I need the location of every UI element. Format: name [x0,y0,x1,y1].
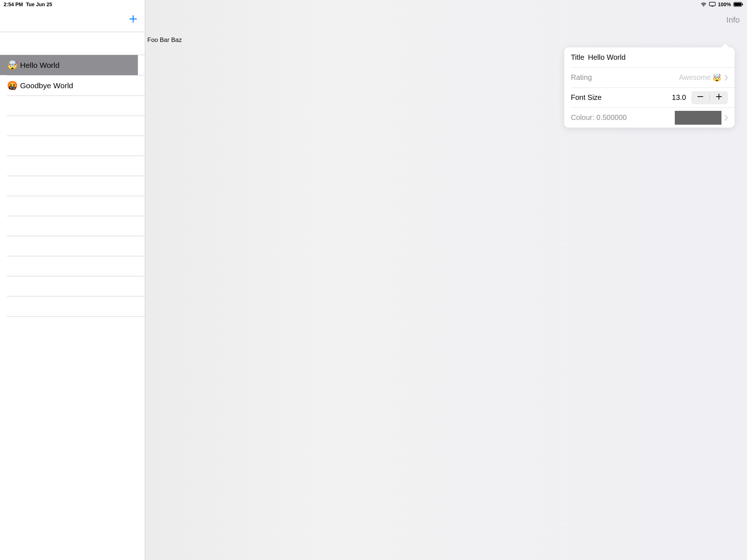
cursing-face-icon: 🤬 [7,81,17,91]
status-time: 2:54 PM [4,1,23,7]
list-item[interactable]: 🤬 Goodbye World [0,75,145,96]
list-item[interactable]: 🤯 Hello World [0,55,138,75]
detail-body-text: Foo Bar Baz [147,36,182,44]
status-bar: 2:54 PM Tue Jun 25 100% [0,0,467,9]
list-item-label: Hello World [20,61,59,70]
status-date: Tue Jun 25 [26,1,52,7]
add-button[interactable] [127,14,139,26]
master-pane: 🤯 Hello World 🤬 Goodbye World [0,0,145,350]
list-item-label: Goodbye World [20,81,73,90]
master-list[interactable]: 🤯 Hello World 🤬 Goodbye World [0,32,145,350]
detail-pane: Info Foo Bar Baz Title Hello World Ratin… [145,0,467,350]
plus-icon [129,15,138,25]
mind-blown-icon: 🤯 [7,60,17,70]
